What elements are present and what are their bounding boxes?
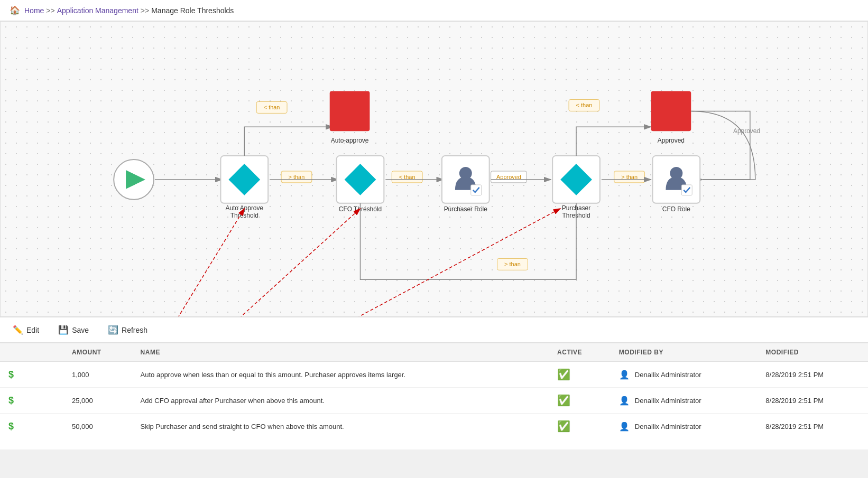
svg-line-31 xyxy=(134,209,244,316)
active-cell-2: ✅ xyxy=(549,414,611,439)
approved-node-label: Approved xyxy=(658,137,685,144)
col-amount-label: AMOUNT xyxy=(63,343,132,362)
modified-date-cell-0: 8/28/2019 2:51 PM xyxy=(757,362,868,388)
amount-cell-2: 50,000 xyxy=(63,414,132,439)
breadcrumb: 🏠 Home >> Application Management >> Mana… xyxy=(0,0,868,21)
modified-date-cell-2: 8/28/2019 2:51 PM xyxy=(757,414,868,439)
table-header-row: AMOUNT NAME ACTIVE MODIFIED BY MODIFIED xyxy=(0,343,868,362)
badge-gt-than-3: > than xyxy=(504,261,521,267)
auto-approve-node-label: Auto-approve xyxy=(331,137,369,144)
save-icon: 💾 xyxy=(58,325,69,335)
name-cell-1: Add CFO approval after Purchaser when ab… xyxy=(132,388,549,414)
amount-cell-1: 25,000 xyxy=(63,388,132,414)
refresh-button[interactable]: 🔄 Refresh xyxy=(104,323,152,337)
dollar-icon: $ xyxy=(8,395,14,406)
badge-approved-1: Approved xyxy=(496,174,521,180)
svg-line-33 xyxy=(134,209,560,316)
user-icon: 👤 xyxy=(619,396,630,406)
badge-lt-than-3: < than xyxy=(576,102,593,108)
dollar-icon: $ xyxy=(8,369,14,380)
name-cell-0: Auto approve when less than or equal to … xyxy=(132,362,549,388)
badge-gt-than-2: > than xyxy=(621,174,638,180)
refresh-label: Refresh xyxy=(122,326,147,334)
active-checkmark: ✅ xyxy=(557,420,570,432)
table-row: $ 1,000 Auto approve when less than or e… xyxy=(0,362,868,388)
breadcrumb-home[interactable]: Home xyxy=(24,6,44,15)
refresh-icon: 🔄 xyxy=(108,325,118,335)
breadcrumb-sep2: >> xyxy=(141,6,149,15)
amount-cell-0: 1,000 xyxy=(63,362,132,388)
breadcrumb-sep1: >> xyxy=(46,6,54,15)
svg-line-32 xyxy=(134,209,360,316)
auto-approve-threshold-label: Auto Approve xyxy=(225,204,263,212)
active-cell-0: ✅ xyxy=(549,362,611,388)
diagram-container: Auto Approve Threshold < than Auto-appro… xyxy=(0,21,868,317)
breadcrumb-current: Manage Role Thresholds xyxy=(151,6,234,15)
active-checkmark: ✅ xyxy=(557,369,570,380)
breadcrumb-app-mgmt[interactable]: Application Management xyxy=(57,6,138,15)
modified-date-cell-1: 8/28/2019 2:51 PM xyxy=(757,388,868,414)
edit-label: Edit xyxy=(26,326,39,334)
dollar-icon-cell-0: $ xyxy=(0,362,63,388)
toolbar: ✏️ Edit 💾 Save 🔄 Refresh xyxy=(0,317,868,343)
svg-rect-25 xyxy=(651,91,691,132)
col-modified-by: MODIFIED BY xyxy=(611,343,757,362)
modified-by-cell-1: 👤 Denallix Administrator xyxy=(611,388,757,414)
user-icon: 👤 xyxy=(619,370,630,380)
col-name: NAME xyxy=(132,343,549,362)
edit-button[interactable]: ✏️ Edit xyxy=(8,323,43,337)
data-table-container: AMOUNT NAME ACTIVE MODIFIED BY MODIFIED … xyxy=(0,343,868,449)
svg-rect-8 xyxy=(330,91,370,132)
modified-by-cell-0: 👤 Denallix Administrator xyxy=(611,362,757,388)
col-modified: MODIFIED xyxy=(757,343,868,362)
col-amount xyxy=(0,343,63,362)
home-icon: 🏠 xyxy=(10,5,20,15)
badge-lt-than-2: < than xyxy=(399,174,415,180)
dollar-icon-cell-1: $ xyxy=(0,388,63,414)
badge-lt-than-1: < than xyxy=(264,104,280,110)
badge-gt-than-1: > than xyxy=(289,174,305,180)
workflow-diagram: Auto Approve Threshold < than Auto-appro… xyxy=(1,22,867,316)
modified-by-cell-2: 👤 Denallix Administrator xyxy=(611,414,757,439)
table-row: $ 50,000 Skip Purchaser and send straigh… xyxy=(0,414,868,439)
active-checkmark: ✅ xyxy=(557,395,570,406)
user-icon: 👤 xyxy=(619,421,630,432)
col-active: ACTIVE xyxy=(549,343,611,362)
auto-approve-threshold-label2: Threshold xyxy=(230,212,258,219)
approved-right-label: Approved xyxy=(733,127,760,135)
table-row: $ 25,000 Add CFO approval after Purchase… xyxy=(0,388,868,414)
purchaser-role-label: Purchaser Role xyxy=(444,205,488,213)
save-button[interactable]: 💾 Save xyxy=(54,323,93,337)
thresholds-table: AMOUNT NAME ACTIVE MODIFIED BY MODIFIED … xyxy=(0,343,868,439)
save-label: Save xyxy=(72,326,89,334)
active-cell-1: ✅ xyxy=(549,388,611,414)
dollar-icon-cell-2: $ xyxy=(0,414,63,439)
pencil-icon: ✏️ xyxy=(13,325,23,335)
cfo-role-label: CFO Role xyxy=(662,205,690,213)
name-cell-2: Skip Purchaser and send straight to CFO … xyxy=(132,414,549,439)
dollar-icon: $ xyxy=(8,421,14,432)
